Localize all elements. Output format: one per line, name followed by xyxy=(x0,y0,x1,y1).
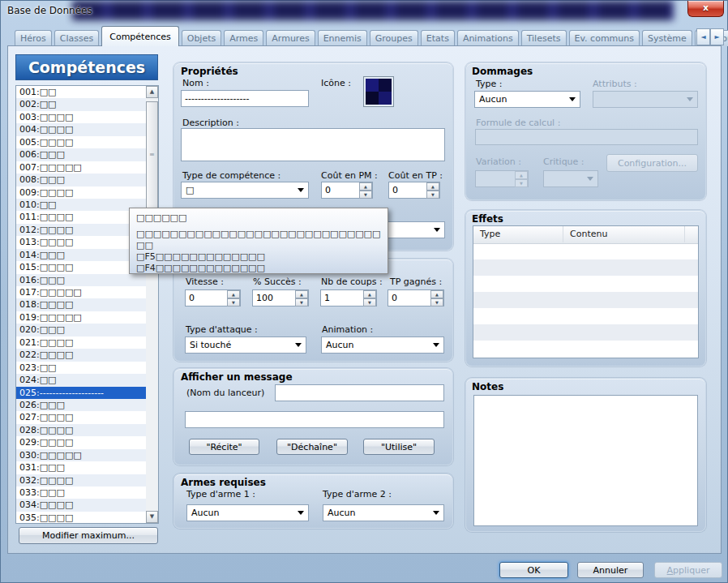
animation-select[interactable]: Aucun xyxy=(321,337,444,354)
tab-scroll-right-icon[interactable]: ► xyxy=(710,28,724,45)
tab-ev-communs[interactable]: Ev. communs xyxy=(569,30,640,46)
stepper-down-icon[interactable]: ▼ xyxy=(359,191,372,199)
list-item[interactable]: 034:□□□□ xyxy=(16,499,146,511)
list-item[interactable]: 016:□□□ xyxy=(16,274,146,286)
tab-h-ros[interactable]: Héros xyxy=(15,30,52,46)
list-scrollbar[interactable]: ▲ ≡ ▼ xyxy=(146,86,158,523)
scroll-thumb[interactable]: ≡ xyxy=(146,101,158,211)
list-item[interactable]: 030:□□□□□ xyxy=(16,449,146,461)
tab-armures[interactable]: Armures xyxy=(266,30,315,46)
list-item[interactable]: 024:□□ xyxy=(16,374,146,386)
effets-empty-row[interactable] xyxy=(473,292,698,308)
type-competence-select[interactable]: □ xyxy=(181,182,309,199)
stepper-up-icon[interactable]: ▲ xyxy=(295,290,308,298)
effets-col-type[interactable]: Type xyxy=(473,226,563,242)
succes-stepper[interactable]: 100 ▲▼ xyxy=(252,289,309,307)
title-bar[interactable]: Base de Données x xyxy=(1,1,728,24)
list-item[interactable]: 003:□□□□ xyxy=(16,111,146,123)
tab-groupes[interactable]: Groupes xyxy=(370,30,418,46)
list-item[interactable]: 012:□□□□ xyxy=(16,224,146,236)
list-item[interactable]: 013:□□□□ xyxy=(16,236,146,248)
description-input[interactable] xyxy=(181,128,445,161)
stepper-up-icon[interactable]: ▲ xyxy=(363,290,376,298)
list-item[interactable]: 033:□□□ xyxy=(16,487,146,499)
list-item[interactable]: 020:□□□ xyxy=(16,324,146,336)
ok-button[interactable]: OK xyxy=(499,562,568,578)
stepper-up-icon[interactable]: ▲ xyxy=(227,290,240,298)
nom-input[interactable]: -------------------- xyxy=(181,90,309,107)
type-arme2-select[interactable]: Aucun xyxy=(323,504,444,521)
effets-empty-row[interactable] xyxy=(473,324,698,341)
effets-empty-row[interactable] xyxy=(473,243,698,259)
tab-comp-tences[interactable]: Compétences xyxy=(101,26,178,46)
list-item[interactable]: 026:□□□ xyxy=(16,399,146,411)
effets-col-contenu[interactable]: Contenu xyxy=(563,226,685,242)
notes-input[interactable] xyxy=(473,395,698,526)
tab-etats[interactable]: Etats xyxy=(421,30,455,46)
type-arme1-select[interactable]: Aucun xyxy=(186,504,309,521)
lanceur-input[interactable] xyxy=(275,384,444,401)
tab-tilesets[interactable]: Tilesets xyxy=(521,30,567,46)
list-item[interactable]: 027:□□□□ xyxy=(16,411,146,423)
list-item[interactable]: 006:□□□ xyxy=(16,148,146,161)
list-item[interactable]: 015:□□□□ xyxy=(16,261,146,273)
effets-empty-row[interactable] xyxy=(473,259,698,276)
effets-empty-row[interactable] xyxy=(473,308,698,324)
list-item[interactable]: 028:□□□□ xyxy=(16,424,146,436)
list-item[interactable]: 019:□□□□□ xyxy=(16,311,146,324)
effets-empty-row[interactable] xyxy=(473,341,698,357)
type-attaque-select[interactable]: Si touché xyxy=(185,337,306,354)
list-item[interactable]: 001:□□ xyxy=(16,86,146,98)
dommages-type-select[interactable]: Aucun xyxy=(474,91,580,108)
list-item[interactable]: 032:□□□□ xyxy=(16,474,146,487)
list-item[interactable]: 022:□□□□ xyxy=(16,349,146,361)
list-item[interactable]: 021:□□□□ xyxy=(16,337,146,349)
message-input[interactable] xyxy=(185,411,444,428)
close-icon[interactable]: x xyxy=(687,1,724,17)
list-item[interactable]: 014:□□□ xyxy=(16,249,146,261)
stepper-up-icon[interactable]: ▲ xyxy=(430,290,443,298)
tab-classes[interactable]: Classes xyxy=(54,30,99,46)
tab-animations[interactable]: Animations xyxy=(457,30,519,46)
tab-armes[interactable]: Armes xyxy=(224,30,263,46)
vitesse-stepper[interactable]: 0 ▲▼ xyxy=(185,289,241,307)
modify-maximum-button[interactable]: Modifier maximum... xyxy=(19,527,158,544)
list-item[interactable]: 029:□□□□ xyxy=(16,436,146,448)
scroll-down-icon[interactable]: ▼ xyxy=(146,511,158,523)
list-item[interactable]: 035:□□□□ xyxy=(16,512,146,524)
cout-tp-stepper[interactable]: 0 ▲▼ xyxy=(388,182,440,199)
tab-syst-me[interactable]: Système xyxy=(642,30,692,46)
list-item[interactable]: 011:□□□□ xyxy=(16,211,146,223)
utilise-button[interactable]: "Utilise" xyxy=(363,439,435,455)
list-item[interactable]: 031:□□□ xyxy=(16,461,146,474)
list-item[interactable]: 002:□□ xyxy=(16,98,146,110)
scroll-up-icon[interactable]: ▲ xyxy=(146,86,158,98)
list-item[interactable]: 017:□□□□□ xyxy=(16,286,146,298)
list-item[interactable]: 023:□□ xyxy=(16,362,146,374)
tab-scroll-left-icon[interactable]: ◄ xyxy=(696,28,710,45)
tab-objets[interactable]: Objets xyxy=(182,30,222,46)
list-item[interactable]: 007:□□□□□ xyxy=(16,161,146,174)
list-item[interactable]: 010:□□ xyxy=(16,199,146,211)
tab-ennemis[interactable]: Ennemis xyxy=(318,30,367,46)
list-item[interactable]: 005:□□□□ xyxy=(16,136,146,148)
effets-table[interactable]: Type Contenu xyxy=(473,225,699,358)
skill-listbox[interactable]: 001:□□002:□□003:□□□□004:□□□□005:□□□□006:… xyxy=(15,85,159,524)
stepper-up-icon[interactable]: ▲ xyxy=(359,182,372,191)
stepper-up-icon[interactable]: ▲ xyxy=(426,182,439,191)
cout-pm-stepper[interactable]: 0 ▲▼ xyxy=(321,182,373,199)
list-item[interactable]: 025:-------------------- xyxy=(16,387,146,399)
nb-coups-stepper[interactable]: 1 ▲▼ xyxy=(320,289,377,307)
list-item[interactable]: 008:□□□ xyxy=(16,174,146,186)
recite-button[interactable]: "Récite" xyxy=(189,439,259,455)
dechaine-button[interactable]: "Déchaîne" xyxy=(276,439,348,455)
tp-gagnes-stepper[interactable]: 0 ▲▼ xyxy=(388,289,444,307)
stepper-down-icon[interactable]: ▼ xyxy=(430,298,443,307)
stepper-down-icon[interactable]: ▼ xyxy=(363,298,376,307)
stepper-down-icon[interactable]: ▼ xyxy=(295,298,308,307)
annuler-button[interactable]: Annuler xyxy=(577,562,644,578)
list-item[interactable]: 004:□□□□ xyxy=(16,123,146,135)
stepper-down-icon[interactable]: ▼ xyxy=(426,191,439,199)
skill-icon-frame[interactable] xyxy=(363,76,394,107)
list-item[interactable]: 009:□□□□ xyxy=(16,186,146,199)
